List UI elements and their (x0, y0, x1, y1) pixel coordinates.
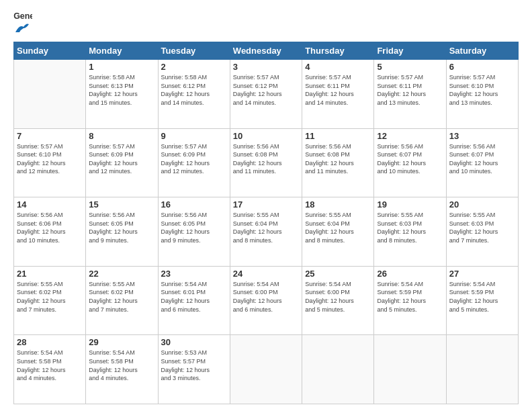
calendar-cell: 19Sunrise: 5:55 AM Sunset: 6:03 PM Dayli… (374, 197, 446, 267)
calendar-cell: 30Sunrise: 5:53 AM Sunset: 5:57 PM Dayli… (158, 335, 230, 404)
calendar-cell: 10Sunrise: 5:56 AM Sunset: 6:08 PM Dayli… (230, 128, 302, 197)
day-number: 1 (89, 62, 154, 72)
day-info: Sunrise: 5:55 AM Sunset: 6:04 PM Dayligh… (305, 211, 371, 244)
calendar-cell: 29Sunrise: 5:54 AM Sunset: 5:58 PM Dayli… (86, 335, 158, 404)
calendar-week-2: 7Sunrise: 5:57 AM Sunset: 6:10 PM Daylig… (14, 128, 519, 197)
day-info: Sunrise: 5:54 AM Sunset: 6:01 PM Dayligh… (161, 280, 227, 314)
day-info: Sunrise: 5:56 AM Sunset: 6:07 PM Dayligh… (377, 142, 443, 176)
calendar-cell (302, 335, 374, 404)
weekday-header-friday: Friday (374, 42, 446, 60)
calendar-cell: 26Sunrise: 5:54 AM Sunset: 5:59 PM Dayli… (374, 266, 446, 335)
day-number: 8 (89, 131, 154, 141)
day-info: Sunrise: 5:56 AM Sunset: 6:08 PM Dayligh… (305, 142, 371, 176)
calendar-cell: 23Sunrise: 5:54 AM Sunset: 6:01 PM Dayli… (158, 266, 230, 335)
day-info: Sunrise: 5:55 AM Sunset: 6:02 PM Dayligh… (17, 280, 83, 314)
day-number: 26 (377, 269, 443, 279)
calendar-cell: 16Sunrise: 5:56 AM Sunset: 6:05 PM Dayli… (158, 197, 230, 267)
calendar-cell: 4Sunrise: 5:57 AM Sunset: 6:11 PM Daylig… (302, 60, 374, 129)
calendar-week-4: 21Sunrise: 5:55 AM Sunset: 6:02 PM Dayli… (14, 266, 519, 335)
calendar-cell: 24Sunrise: 5:54 AM Sunset: 6:00 PM Dayli… (230, 266, 302, 335)
day-info: Sunrise: 5:56 AM Sunset: 6:06 PM Dayligh… (17, 211, 83, 244)
calendar-cell: 20Sunrise: 5:55 AM Sunset: 6:03 PM Dayli… (446, 197, 518, 267)
svg-text:General: General (13, 11, 32, 21)
calendar-cell: 18Sunrise: 5:55 AM Sunset: 6:04 PM Dayli… (302, 197, 374, 267)
day-number: 11 (305, 131, 371, 141)
day-info: Sunrise: 5:56 AM Sunset: 6:08 PM Dayligh… (233, 142, 299, 176)
day-number: 24 (233, 269, 299, 279)
calendar-cell: 9Sunrise: 5:57 AM Sunset: 6:09 PM Daylig… (158, 128, 230, 197)
day-info: Sunrise: 5:55 AM Sunset: 6:02 PM Dayligh… (89, 280, 154, 314)
day-info: Sunrise: 5:54 AM Sunset: 6:00 PM Dayligh… (305, 280, 371, 314)
calendar-cell: 1Sunrise: 5:58 AM Sunset: 6:13 PM Daylig… (86, 60, 158, 129)
calendar-cell (374, 335, 446, 404)
day-number: 16 (161, 199, 227, 210)
calendar-cell: 2Sunrise: 5:58 AM Sunset: 6:12 PM Daylig… (158, 60, 230, 129)
day-number: 25 (305, 269, 371, 279)
day-info: Sunrise: 5:55 AM Sunset: 6:03 PM Dayligh… (377, 211, 443, 244)
day-info: Sunrise: 5:57 AM Sunset: 6:11 PM Dayligh… (305, 73, 371, 107)
calendar-cell: 7Sunrise: 5:57 AM Sunset: 6:10 PM Daylig… (14, 128, 86, 197)
logo-icon: General (13, 11, 32, 23)
day-number: 17 (233, 199, 299, 210)
day-info: Sunrise: 5:54 AM Sunset: 5:59 PM Dayligh… (377, 280, 443, 314)
day-number: 23 (161, 269, 227, 279)
calendar-cell: 27Sunrise: 5:54 AM Sunset: 5:59 PM Dayli… (446, 266, 518, 335)
day-number: 29 (89, 337, 154, 347)
day-number: 12 (377, 131, 443, 141)
logo: General (13, 12, 32, 34)
calendar-cell: 25Sunrise: 5:54 AM Sunset: 6:00 PM Dayli… (302, 266, 374, 335)
day-number: 22 (89, 269, 154, 279)
day-number: 7 (17, 131, 83, 141)
day-info: Sunrise: 5:56 AM Sunset: 6:07 PM Dayligh… (449, 142, 515, 176)
day-info: Sunrise: 5:57 AM Sunset: 6:10 PM Dayligh… (449, 73, 515, 107)
day-number: 30 (161, 337, 227, 347)
day-info: Sunrise: 5:54 AM Sunset: 5:59 PM Dayligh… (449, 280, 515, 314)
day-number: 6 (449, 62, 515, 72)
calendar-week-5: 28Sunrise: 5:54 AM Sunset: 5:58 PM Dayli… (14, 335, 519, 404)
day-number: 9 (161, 131, 227, 141)
day-info: Sunrise: 5:57 AM Sunset: 6:12 PM Dayligh… (233, 73, 299, 107)
weekday-header-monday: Monday (86, 42, 158, 60)
day-info: Sunrise: 5:56 AM Sunset: 6:05 PM Dayligh… (89, 211, 154, 244)
calendar-cell (230, 335, 302, 404)
day-number: 10 (233, 131, 299, 141)
calendar-cell: 22Sunrise: 5:55 AM Sunset: 6:02 PM Dayli… (86, 266, 158, 335)
calendar-cell (446, 335, 518, 404)
calendar-cell: 15Sunrise: 5:56 AM Sunset: 6:05 PM Dayli… (86, 197, 158, 267)
day-number: 13 (449, 131, 515, 141)
calendar-cell: 17Sunrise: 5:55 AM Sunset: 6:04 PM Dayli… (230, 197, 302, 267)
day-info: Sunrise: 5:56 AM Sunset: 6:05 PM Dayligh… (161, 211, 227, 244)
day-number: 27 (449, 269, 515, 279)
weekday-header-sunday: Sunday (14, 42, 86, 60)
calendar-cell: 21Sunrise: 5:55 AM Sunset: 6:02 PM Dayli… (14, 266, 86, 335)
header: General (13, 12, 519, 34)
weekday-header-wednesday: Wednesday (230, 42, 302, 60)
day-number: 20 (449, 199, 515, 210)
day-number: 5 (377, 62, 443, 72)
day-info: Sunrise: 5:58 AM Sunset: 6:12 PM Dayligh… (161, 73, 227, 107)
day-info: Sunrise: 5:57 AM Sunset: 6:09 PM Dayligh… (161, 142, 227, 176)
day-number: 14 (17, 199, 83, 210)
calendar-table: SundayMondayTuesdayWednesdayThursdayFrid… (13, 42, 519, 404)
calendar-cell (14, 60, 86, 129)
logo-bird-icon (14, 23, 29, 34)
day-info: Sunrise: 5:58 AM Sunset: 6:13 PM Dayligh… (89, 73, 154, 107)
calendar-cell: 6Sunrise: 5:57 AM Sunset: 6:10 PM Daylig… (446, 60, 518, 129)
weekday-header-tuesday: Tuesday (158, 42, 230, 60)
day-info: Sunrise: 5:55 AM Sunset: 6:03 PM Dayligh… (449, 211, 515, 244)
day-info: Sunrise: 5:57 AM Sunset: 6:10 PM Dayligh… (17, 142, 83, 176)
calendar-cell: 14Sunrise: 5:56 AM Sunset: 6:06 PM Dayli… (14, 197, 86, 267)
weekday-header-thursday: Thursday (302, 42, 374, 60)
day-info: Sunrise: 5:54 AM Sunset: 6:00 PM Dayligh… (233, 280, 299, 314)
day-number: 4 (305, 62, 371, 72)
weekday-header-row: SundayMondayTuesdayWednesdayThursdayFrid… (14, 42, 519, 60)
day-number: 21 (17, 269, 83, 279)
weekday-header-saturday: Saturday (446, 42, 518, 60)
day-number: 2 (161, 62, 227, 72)
day-number: 15 (89, 199, 154, 210)
day-info: Sunrise: 5:53 AM Sunset: 5:57 PM Dayligh… (161, 349, 227, 382)
calendar-week-3: 14Sunrise: 5:56 AM Sunset: 6:06 PM Dayli… (14, 197, 519, 267)
day-info: Sunrise: 5:54 AM Sunset: 5:58 PM Dayligh… (17, 349, 83, 382)
day-number: 18 (305, 199, 371, 210)
calendar-cell: 5Sunrise: 5:57 AM Sunset: 6:11 PM Daylig… (374, 60, 446, 129)
